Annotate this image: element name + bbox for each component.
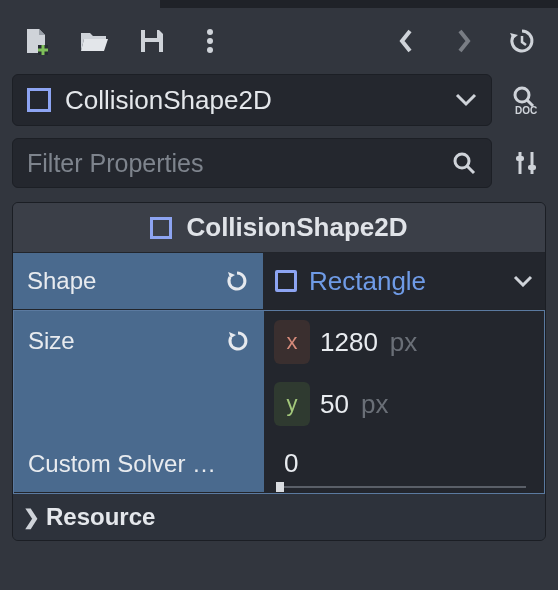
open-docs-button[interactable]: DOC: [506, 80, 546, 120]
collisionshape2d-icon: [150, 217, 172, 239]
svg-rect-2: [145, 42, 159, 52]
svg-text:DOC: DOC: [515, 105, 537, 116]
property-custom-solver-label[interactable]: Custom Solver …: [14, 435, 264, 492]
kebab-menu-icon: [206, 28, 214, 54]
svg-point-5: [207, 47, 213, 53]
property-shape: Shape Rectangle: [13, 253, 545, 310]
section-header[interactable]: CollisionShape2D: [13, 203, 545, 253]
property-tools-button[interactable]: [506, 143, 546, 183]
filter-properties-field[interactable]: [12, 138, 492, 188]
inspector-body: CollisionShape2D Shape Rectangle: [12, 202, 546, 541]
history-prev-button[interactable]: [386, 21, 426, 61]
svg-point-8: [455, 154, 469, 168]
svg-point-4: [207, 38, 213, 44]
chevron-down-icon: [513, 275, 533, 287]
history-icon: [508, 27, 536, 55]
save-resource-button[interactable]: [132, 21, 172, 61]
property-size-label[interactable]: Size: [14, 311, 264, 435]
size-y-row: y 50 px: [264, 373, 544, 435]
property-size-block: Size x 1280 px: [13, 310, 545, 494]
filter-properties-input[interactable]: [27, 149, 441, 178]
property-shape-value[interactable]: Rectangle: [263, 253, 545, 309]
chevron-right-icon: [457, 29, 471, 53]
property-custom-solver: Custom Solver … 0: [14, 435, 544, 493]
resource-section-toggle[interactable]: ❯ Resource: [13, 494, 545, 540]
history-button[interactable]: [502, 21, 542, 61]
reset-icon[interactable]: [226, 329, 250, 353]
slider-track[interactable]: [278, 486, 526, 488]
resource-label: Resource: [46, 503, 155, 531]
node-select-dropdown[interactable]: CollisionShape2D: [12, 74, 492, 126]
save-icon: [139, 28, 165, 54]
svg-rect-1: [145, 30, 157, 38]
svg-rect-9: [516, 156, 524, 161]
svg-point-3: [207, 29, 213, 35]
collisionshape2d-icon: [27, 88, 51, 112]
chevron-right-icon: ❯: [23, 505, 40, 529]
sliders-icon: [512, 149, 540, 177]
property-custom-solver-value[interactable]: 0: [264, 435, 544, 492]
new-resource-button[interactable]: [16, 21, 56, 61]
size-x-input[interactable]: 1280 px: [320, 327, 534, 358]
tab-strip: [0, 0, 558, 8]
reset-icon[interactable]: [225, 269, 249, 293]
history-next-button[interactable]: [444, 21, 484, 61]
tab-active[interactable]: [0, 0, 160, 8]
axis-x-badge: x: [274, 320, 310, 364]
rectangle-shape-icon: [275, 270, 297, 292]
shape-value-text: Rectangle: [309, 266, 501, 297]
slider-thumb[interactable]: [276, 482, 284, 492]
node-name-label: CollisionShape2D: [65, 85, 441, 116]
property-shape-label[interactable]: Shape: [13, 253, 263, 309]
inspector-toolbar: [10, 8, 548, 74]
folder-open-icon: [79, 29, 109, 53]
tab-inactive-area[interactable]: [160, 0, 558, 8]
section-title: CollisionShape2D: [186, 212, 407, 243]
new-file-icon: [24, 27, 48, 55]
doc-search-icon: DOC: [510, 84, 542, 116]
svg-point-6: [515, 88, 529, 102]
open-resource-button[interactable]: [74, 21, 114, 61]
extra-menu-button[interactable]: [190, 21, 230, 61]
chevron-down-icon: [455, 93, 477, 107]
size-y-input[interactable]: 50 px: [320, 389, 534, 420]
search-icon: [451, 150, 477, 176]
svg-rect-10: [528, 165, 536, 170]
size-x-row: x 1280 px: [264, 311, 544, 373]
chevron-left-icon: [399, 29, 413, 53]
axis-y-badge: y: [274, 382, 310, 426]
